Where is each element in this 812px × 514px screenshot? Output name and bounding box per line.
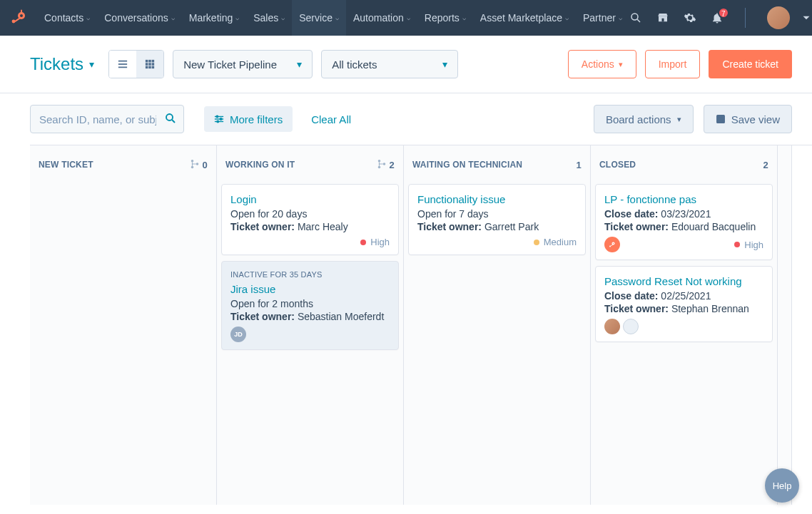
card-title: LP - fonctionne pas — [604, 193, 763, 205]
board-column: WAITING ON TECHNICIAN1Functionality issu… — [404, 145, 591, 505]
nav-item-service[interactable]: Service⌵ — [292, 0, 346, 36]
caret-down-icon: ⌵ — [407, 14, 410, 21]
column-header[interactable]: WAITING ON TECHNICIAN1 — [404, 145, 590, 184]
nav-item-label: Sales — [253, 12, 278, 24]
view-select[interactable]: All tickets ▾ — [321, 50, 458, 78]
notifications-bell-icon[interactable]: 7 — [711, 11, 724, 24]
svg-point-36 — [377, 165, 380, 168]
pipeline-select-value: New Ticket Pipeline — [183, 58, 277, 71]
nav-item-label: Conversations — [104, 12, 168, 24]
nav-item-label: Contacts — [44, 12, 83, 24]
list-view-button[interactable] — [109, 51, 136, 78]
create-ticket-button[interactable]: Create ticket — [709, 50, 792, 78]
board-actions-label: Board actions — [606, 113, 671, 125]
ticket-card[interactable]: Password Reset Not workingClose date: 02… — [595, 266, 773, 342]
nav-item-reports[interactable]: Reports⌵ — [417, 0, 473, 36]
board-column: NEW TICKET0 — [30, 145, 217, 505]
top-navigation: Contacts⌵Conversations⌵Marketing⌵Sales⌵S… — [0, 0, 812, 36]
svg-rect-12 — [146, 60, 148, 63]
page-title-dropdown[interactable]: Tickets ▾ — [30, 54, 94, 74]
view-switcher — [108, 50, 164, 78]
account-menu-caret-icon[interactable] — [800, 11, 812, 24]
pipeline-select[interactable]: New Ticket Pipeline ▾ — [173, 50, 313, 78]
help-button[interactable]: Help — [765, 468, 799, 503]
card-title: Login — [230, 193, 390, 205]
card-open-duration: Open for 20 days — [230, 208, 390, 220]
svg-rect-41 — [611, 244, 614, 246]
nav-item-partner[interactable]: Partner⌵ — [576, 0, 629, 36]
hubspot-logo[interactable] — [10, 8, 27, 28]
nav-item-label: Marketing — [189, 12, 233, 24]
card-owner: Ticket owner: Sebastian Moeferdt — [230, 311, 390, 322]
column-header[interactable]: NEW TICKET0 — [30, 145, 216, 184]
svg-rect-16 — [148, 63, 151, 66]
svg-rect-8 — [661, 19, 664, 22]
column-title: CLOSED — [599, 160, 636, 170]
caret-down-icon: ▾ — [89, 58, 94, 70]
caret-down-icon: ▾ — [619, 60, 623, 69]
assignee-chip: JD — [230, 327, 246, 342]
column-body — [30, 184, 216, 505]
nav-item-sales[interactable]: Sales⌵ — [246, 0, 292, 36]
column-count: 2 — [390, 160, 395, 170]
more-filters-label: More filters — [230, 113, 283, 125]
svg-point-34 — [196, 163, 198, 165]
board-column-overflow — [778, 145, 792, 505]
svg-rect-20 — [152, 66, 155, 69]
caret-down-icon: ▾ — [297, 58, 302, 70]
ticket-card[interactable]: INACTIVE FOR 35 DAYSJira issueOpen for 2… — [221, 261, 399, 350]
settings-gear-icon[interactable] — [684, 11, 696, 24]
kanban-board: NEW TICKET0WORKING ON IT2LoginOpen for 2… — [30, 145, 812, 505]
svg-rect-14 — [152, 60, 155, 63]
column-header[interactable]: WORKING ON IT2 — [217, 145, 403, 184]
workflow-branch-icon — [190, 159, 203, 171]
svg-rect-15 — [146, 63, 148, 66]
ticket-card[interactable]: Functionality issueOpen for 7 daysTicket… — [408, 184, 586, 255]
nav-item-conversations[interactable]: Conversations⌵ — [97, 0, 182, 36]
ticket-card[interactable]: LoginOpen for 20 daysTicket owner: Marc … — [221, 184, 399, 255]
svg-point-40 — [613, 243, 614, 245]
save-view-label: Save view — [731, 113, 780, 125]
nav-item-marketing[interactable]: Marketing⌵ — [182, 0, 246, 36]
card-open-duration: Open for 7 days — [417, 208, 577, 220]
search-input[interactable] — [30, 105, 184, 133]
more-filters-button[interactable]: More filters — [204, 106, 293, 132]
priority-dot-icon — [360, 240, 366, 245]
caret-down-icon: ⌵ — [462, 14, 466, 21]
column-body: LP - fonctionne pasClose date: 03/23/202… — [591, 184, 777, 505]
search-icon[interactable] — [629, 11, 642, 24]
search-icon[interactable] — [164, 112, 177, 128]
column-header[interactable]: CLOSED2 — [591, 145, 777, 184]
caret-down-icon: ⌵ — [171, 14, 175, 21]
svg-rect-4 — [21, 10, 22, 14]
card-owner: Ticket owner: Marc Healy — [230, 221, 390, 232]
card-close-date: Close date: 03/23/2021 — [604, 208, 763, 220]
caret-down-icon: ⌵ — [281, 14, 285, 21]
board-actions-dropdown[interactable]: Board actions ▾ — [594, 105, 694, 133]
svg-point-28 — [217, 120, 219, 123]
board-view-button[interactable] — [136, 51, 163, 78]
ticket-card[interactable]: LP - fonctionne pasClose date: 03/23/202… — [595, 184, 773, 260]
marketplace-icon[interactable] — [656, 11, 669, 24]
priority-indicator: High — [734, 240, 763, 250]
card-close-date: Close date: 02/25/2021 — [604, 290, 763, 302]
page-toolbar: Tickets ▾ New Ticket Pipeline ▾ All tick… — [0, 36, 812, 93]
column-title: WORKING ON IT — [225, 160, 295, 170]
user-avatar[interactable] — [767, 6, 790, 29]
board-column: CLOSED2LP - fonctionne pasClose date: 03… — [591, 145, 778, 505]
clear-all-link[interactable]: Clear All — [311, 113, 351, 125]
save-view-button[interactable]: Save view — [704, 105, 792, 133]
svg-rect-19 — [148, 66, 151, 69]
nav-item-contacts[interactable]: Contacts⌵ — [37, 0, 97, 36]
workflow-branch-icon — [377, 159, 390, 171]
nav-item-automation[interactable]: Automation⌵ — [346, 0, 417, 36]
svg-line-22 — [172, 120, 175, 123]
caret-down-icon: ▾ — [442, 58, 447, 70]
nav-item-label: Service — [299, 12, 333, 24]
caret-down-icon: ⌵ — [86, 14, 90, 21]
hubspot-chip-icon — [604, 237, 620, 252]
page-title-text: Tickets — [30, 54, 83, 74]
nav-item-asset-marketplace[interactable]: Asset Marketplace⌵ — [473, 0, 576, 36]
import-button[interactable]: Import — [645, 50, 701, 78]
actions-dropdown-button[interactable]: Actions ▾ — [568, 50, 636, 78]
